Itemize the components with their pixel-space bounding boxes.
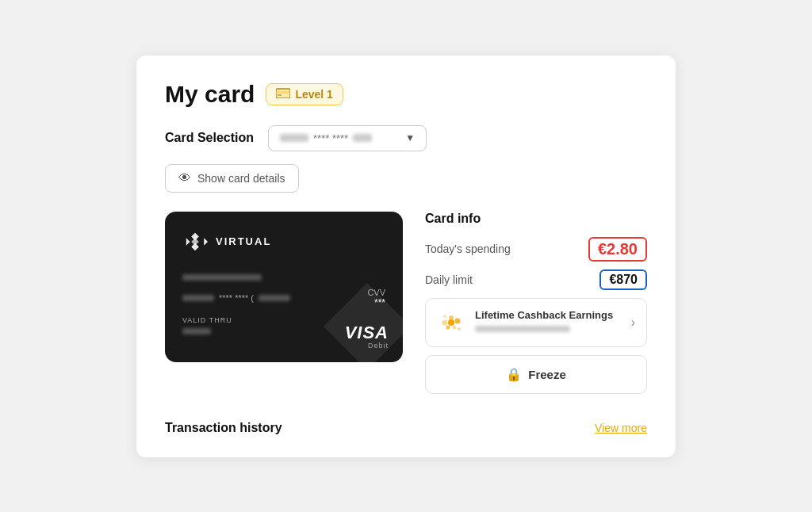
cashback-text-col: Lifetime Cashback Earnings [475,309,622,335]
card-blur-right [353,134,372,142]
svg-point-14 [453,326,456,329]
spending-value: €2.80 [588,237,647,262]
cashback-amount-blur [475,326,570,332]
freeze-lock-icon: 🔒 [506,367,522,382]
debit-label: Debit [345,342,389,350]
limit-value: €870 [599,269,647,290]
svg-point-16 [443,315,446,318]
show-card-details-button[interactable]: 👁 Show card details [165,164,299,193]
level-badge: Level 1 [266,83,343,105]
spending-label: Today's spending [425,243,511,255]
card-selection-dropdown[interactable]: **** **** ▼ [268,125,427,151]
spending-row: Today's spending €2.80 [425,237,647,262]
svg-marker-7 [186,238,190,246]
virtual-card-label: VIRTUAL [216,235,271,247]
transaction-history-title: Transaction history [165,421,282,435]
card-stars: **** **** [313,132,348,144]
show-details-label: Show card details [197,172,285,185]
transaction-footer: Transaction history View more [165,413,647,435]
card-number-blur [182,274,262,281]
svg-point-12 [455,318,461,323]
binance-logo-icon [182,229,208,254]
card-blur-left [280,134,308,142]
card-partial-blur [182,295,214,301]
card-number-masked: **** **** [280,132,372,144]
card-selection-row: Card Selection **** **** ▼ [165,125,647,151]
svg-point-10 [442,319,448,325]
cashback-title: Lifetime Cashback Earnings [475,309,622,321]
card-info-title: Card info [425,212,647,226]
dropdown-chevron-icon: ▼ [405,132,415,143]
main-content: VIRTUAL **** **** ( CVV *** VALID THRU [165,212,647,394]
freeze-button[interactable]: 🔒 Freeze [425,355,647,394]
visa-logo: VISA [345,324,389,342]
level-badge-label: Level 1 [295,88,332,101]
svg-point-17 [458,327,461,331]
card-info-section: Card info Today's spending €2.80 Daily l… [425,212,647,394]
svg-point-15 [448,319,454,326]
card-page: My card Level 1 Card Selection **** ****… [136,55,676,457]
svg-point-13 [446,325,450,329]
limit-label: Daily limit [425,273,473,286]
svg-rect-3 [278,94,282,96]
svg-rect-2 [276,91,290,94]
eye-icon: 👁 [178,171,191,185]
view-more-link[interactable]: View more [595,422,647,434]
card-logo-row: VIRTUAL [182,229,385,254]
cashback-chevron-icon: › [631,315,635,330]
page-title: My card [165,81,255,108]
freeze-label: Freeze [528,368,566,381]
limit-row: Daily limit €870 [425,269,647,290]
card-icon [276,87,290,101]
card-bottom-row: VISA Debit [345,324,389,350]
card-partial-blur-2 [259,295,290,301]
card-stars-middle: **** **** ( [219,293,254,303]
page-header: My card Level 1 [165,81,647,108]
cashback-icon [437,308,465,337]
valid-thru-date-blur [182,328,211,334]
svg-marker-8 [204,238,208,246]
svg-marker-9 [191,238,199,246]
cashback-box[interactable]: Lifetime Cashback Earnings › [425,298,647,347]
virtual-card: VIRTUAL **** **** ( CVV *** VALID THRU [165,212,403,362]
card-second-left: **** **** ( [182,293,290,303]
card-selection-label: Card Selection [165,131,254,145]
